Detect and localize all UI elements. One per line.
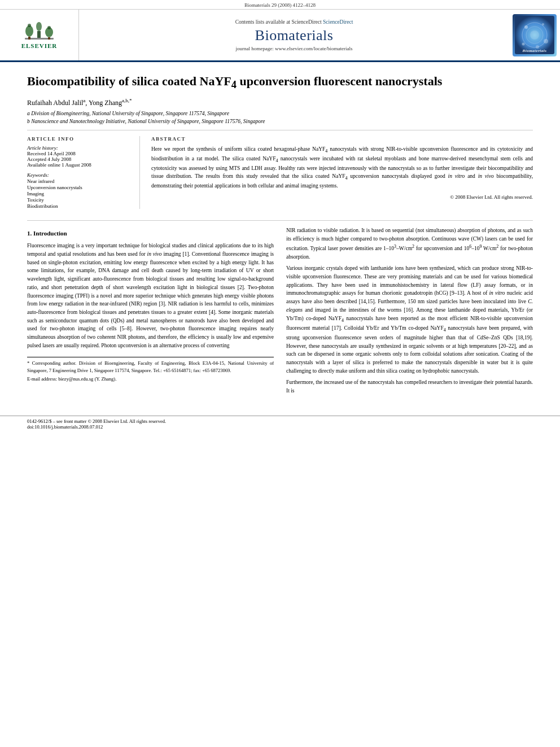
body-col-right: NIR radiation to visible radiation. It i…: [286, 226, 533, 399]
divider: [27, 130, 533, 130]
biomaterials-logo-box: Biomaterials: [513, 14, 557, 56]
affiliation-b: b Nanoscience and Nanotechnology Initiat…: [27, 119, 533, 124]
keywords-label: Keywords:: [27, 172, 131, 178]
journal-citation: Biomaterials 29 (2008) 4122–4128: [244, 2, 316, 8]
available-date: Available online 1 August 2008: [27, 162, 131, 168]
journal-homepage: journal homepage: www.elsevier.com/locat…: [236, 46, 353, 51]
history-label: Article history:: [27, 145, 131, 151]
svg-point-8: [47, 26, 51, 29]
issn-line: 0142-9612/$ – see front matter © 2008 El…: [27, 418, 533, 424]
received-date: Received 14 April 2008: [27, 151, 131, 156]
page-wrapper: Biomaterials 29 (2008) 4122–4128: [0, 0, 560, 747]
article-title: Biocompatibility of silica coated NaYF4 …: [27, 73, 533, 92]
footnote-section: * Corresponding author. Division of Bioe…: [27, 357, 274, 383]
journal-title: Biomaterials: [255, 27, 334, 44]
sciencedirect-link[interactable]: ScienceDirect: [323, 19, 353, 25]
accepted-date: Accepted 4 July 2008: [27, 156, 131, 162]
header-section: ELSEVIER Contents lists available at Sci…: [0, 10, 560, 62]
two-col-body: 1. Introduction Fluorescence imaging is …: [27, 226, 533, 399]
main-body: 1. Introduction Fluorescence imaging is …: [0, 221, 560, 410]
article-content: Biocompatibility of silica coated NaYF4 …: [0, 62, 560, 220]
svg-text:Biomaterials: Biomaterials: [522, 49, 547, 53]
svg-point-14: [542, 23, 544, 25]
sciencedirect-text: Contents lists available at ScienceDirec…: [235, 19, 353, 25]
elsevier-logo-section: ELSEVIER: [0, 10, 79, 60]
svg-rect-2: [28, 37, 30, 40]
intro-para1: Fluorescence imaging is a very important…: [27, 242, 274, 350]
keyword-4: Toxicity: [27, 197, 131, 203]
svg-rect-6: [48, 37, 50, 40]
affiliation-a: a Division of Bioengineering, National U…: [27, 111, 533, 116]
header-logo-right: Biomaterials: [509, 10, 560, 60]
svg-point-13: [524, 25, 528, 29]
footnote-email: E-mail address: biezy@nus.edu.sg (Y. Zha…: [27, 375, 274, 383]
abstract-label: ABSTRACT: [151, 136, 533, 142]
body-col-left: 1. Introduction Fluorescence imaging is …: [27, 226, 274, 399]
svg-point-7: [28, 24, 31, 27]
article-history: Article history: Received 14 April 2008 …: [27, 145, 131, 168]
svg-point-12: [530, 30, 539, 40]
keyword-1: Near infrared: [27, 178, 131, 184]
keyword-3: Imaging: [27, 191, 131, 196]
article-info-label: ARTICLE INFO: [27, 136, 131, 142]
intro-para2: NIR radiation to visible radiation. It i…: [286, 226, 533, 261]
header-center: Contents lists available at ScienceDirec…: [79, 10, 509, 60]
keyword-2: Upconversion nanocrystals: [27, 185, 131, 190]
bottom-bar: 0142-9612/$ – see front matter © 2008 El…: [0, 416, 560, 432]
authors: Rufaihah Abdul Jalila, Yong Zhanga,b,*: [27, 98, 533, 107]
footnote-star: * Corresponding author. Division of Bioe…: [27, 360, 274, 374]
svg-point-15: [544, 39, 548, 43]
intro-para4: Furthermore, the increased use of the na…: [286, 378, 533, 395]
svg-rect-4: [37, 31, 41, 38]
keyword-5: Biodistribution: [27, 203, 131, 209]
biomaterials-logo-image: Biomaterials: [515, 16, 554, 54]
abstract-col: ABSTRACT Here we report the synthesis of…: [151, 136, 533, 209]
svg-point-16: [522, 43, 525, 46]
journal-bar: Biomaterials 29 (2008) 4122–4128: [0, 0, 560, 10]
elsevier-tree-icon: [24, 21, 55, 42]
info-abstract-section: ARTICLE INFO Article history: Received 1…: [27, 136, 533, 209]
abstract-text: Here we report the synthesis of uniform …: [151, 145, 533, 190]
elsevier-logo: ELSEVIER: [11, 18, 68, 52]
svg-point-3: [36, 22, 42, 31]
elsevier-text: ELSEVIER: [21, 42, 58, 49]
doi-line: doi:10.1016/j.biomaterials.2008.07.012: [27, 424, 533, 430]
section1-heading: 1. Introduction: [27, 229, 274, 238]
article-info-col: ARTICLE INFO Article history: Received 1…: [27, 136, 140, 209]
copyright: © 2008 Elsevier Ltd. All rights reserved…: [151, 194, 533, 200]
keywords-section: Keywords: Near infrared Upconversion nan…: [27, 172, 131, 209]
intro-para3: Various inorganic crystals doped with la…: [286, 264, 533, 375]
